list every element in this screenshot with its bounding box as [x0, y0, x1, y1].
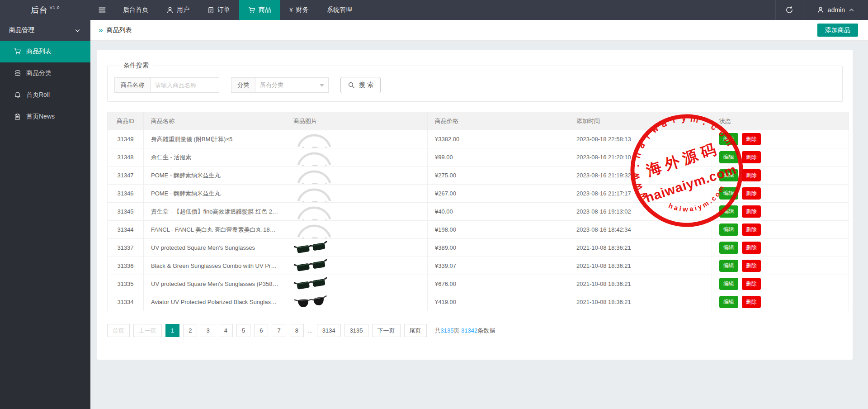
delete-button[interactable]: 删除	[742, 260, 761, 272]
search-fieldset: 条件搜索 商品名称 分类 所有分类 搜 索	[107, 62, 843, 102]
main-content: » 商品列表 添加商品 条件搜索 商品名称 分类 所有分类	[90, 20, 868, 360]
product-added-time: 2023-08-18 22:58:13	[569, 130, 712, 148]
product-image	[293, 239, 420, 257]
delete-button[interactable]: 删除	[742, 242, 761, 254]
product-added-time: 2021-10-08 18:36:21	[569, 239, 712, 257]
pagination-page-3[interactable]: 3	[201, 324, 215, 337]
sidebar-toggle-button[interactable]	[90, 0, 114, 20]
pagination-page-2[interactable]: 2	[183, 324, 197, 337]
nav-item-label: 订单	[217, 6, 230, 14]
product-image-cell	[286, 239, 428, 257]
pagination-page-3134[interactable]: 3134	[317, 324, 341, 337]
search-icon	[348, 81, 355, 89]
pagination-page-5[interactable]: 5	[236, 324, 250, 337]
table-row: 31347POME - 麴酵素纳米益生丸¥275.002023-08-16 21…	[108, 166, 849, 185]
product-id: 31347	[108, 166, 144, 185]
nav-item-finance[interactable]: ¥财务	[280, 0, 318, 20]
product-actions: 编辑删除	[712, 166, 849, 185]
refresh-button[interactable]	[775, 0, 803, 20]
delete-button[interactable]: 删除	[742, 296, 761, 308]
delete-button[interactable]: 删除	[742, 224, 761, 236]
nav-item-home[interactable]: 后台首页	[114, 0, 157, 20]
double-angle-icon: »	[99, 26, 103, 34]
product-actions: 编辑删除	[712, 185, 849, 203]
product-name-input[interactable]	[151, 77, 219, 93]
yen-icon: ¥	[289, 6, 293, 14]
sidebar-item-goods-list[interactable]: 商品列表	[0, 41, 90, 62]
nav-item-goods[interactable]: 商品	[239, 0, 280, 20]
sidebar-item-goods-category[interactable]: 商品分类	[0, 62, 90, 84]
product-actions: 编辑删除	[712, 130, 849, 148]
pagination-ellipsis: ...	[307, 327, 313, 334]
edit-button[interactable]: 编辑	[719, 169, 738, 181]
edit-button[interactable]: 编辑	[719, 296, 738, 308]
pagination-next-button[interactable]: 下一页	[372, 324, 401, 337]
table-header-row: 商品ID商品名称商品图片商品价格添加时间状态	[108, 112, 849, 130]
table-row: 31335UV protected Square Men's Sunglasse…	[108, 275, 849, 293]
pagination-page-7[interactable]: 7	[272, 324, 286, 337]
delete-button[interactable]: 删除	[742, 187, 761, 200]
product-price: ¥275.00	[428, 166, 569, 185]
edit-button[interactable]: 编辑	[719, 242, 738, 254]
product-price: ¥676.00	[428, 275, 569, 293]
nav-item-order[interactable]: 订单	[198, 0, 239, 20]
nav-item-label: 后台首页	[123, 6, 148, 14]
add-product-button[interactable]: 添加商品	[817, 24, 858, 37]
edit-button[interactable]: 编辑	[719, 224, 738, 236]
delete-button[interactable]: 删除	[742, 169, 761, 181]
delete-button[interactable]: 删除	[742, 205, 761, 218]
category-select[interactable]: 所有分类	[255, 77, 329, 93]
product-name: 余仁生 - 活服素	[144, 148, 286, 166]
delete-button[interactable]: 删除	[742, 133, 761, 145]
app-title: 后台	[31, 5, 48, 15]
pagination-page-6[interactable]: 6	[254, 324, 268, 337]
delete-button[interactable]: 删除	[742, 278, 761, 290]
category-group: 分类 所有分类	[231, 77, 329, 93]
product-price: ¥3382.00	[428, 130, 569, 148]
sidebar-group-goods-management[interactable]: 商品管理	[0, 20, 90, 41]
table-row: 31336Black & Green Sunglasses Combo with…	[108, 257, 849, 275]
delete-button[interactable]: 删除	[742, 151, 761, 163]
breadcrumb: » 商品列表 添加商品	[90, 20, 868, 41]
column-header-price: 商品价格	[428, 112, 569, 130]
nav-item-system[interactable]: 系统管理	[318, 0, 361, 20]
product-image-cell	[286, 293, 428, 311]
pagination-page-8[interactable]: 8	[290, 324, 304, 337]
product-image	[293, 293, 420, 311]
nav-item-label: 商品	[259, 6, 271, 14]
product-price: ¥198.00	[428, 221, 569, 239]
product-image-cell	[286, 275, 428, 293]
edit-button[interactable]: 编辑	[719, 187, 738, 200]
search-button[interactable]: 搜 索	[340, 77, 381, 93]
table-row: 31344FANCL - FANCL 美白丸 亮白營養素美白丸 180粒 (..…	[108, 221, 849, 239]
pagination-last-button[interactable]: 尾页	[404, 324, 427, 337]
edit-button[interactable]: 编辑	[719, 133, 738, 145]
edit-button[interactable]: 编辑	[719, 151, 738, 163]
pagination-prev-button: 上一页	[133, 324, 162, 337]
edit-button[interactable]: 编辑	[719, 260, 738, 272]
pagination-page-3135[interactable]: 3135	[344, 324, 368, 337]
sidebar-item-home-roll[interactable]: 首页Roll	[0, 84, 90, 106]
edit-button[interactable]: 编辑	[719, 278, 738, 290]
hamburger-icon	[98, 6, 106, 14]
pagination-page-1[interactable]: 1	[165, 324, 179, 337]
product-image-cell	[286, 257, 428, 275]
sidebar-item-home-news[interactable]: 首页News	[0, 106, 90, 128]
table-row: 31337UV protected Square Men's Sunglasse…	[108, 239, 849, 257]
sidebar-group-label: 商品管理	[9, 26, 34, 34]
navbar-right: admin	[775, 0, 868, 20]
broken-image-placeholder	[293, 221, 420, 238]
file-icon	[208, 7, 214, 14]
pagination-page-4[interactable]: 4	[219, 324, 233, 337]
product-image-cell	[286, 148, 428, 166]
product-added-time: 2023-08-16 19:13:02	[569, 203, 712, 221]
nav-item-user[interactable]: 用户	[157, 0, 198, 20]
admin-menu[interactable]: admin	[803, 0, 868, 20]
product-name-label: 商品名称	[114, 77, 151, 93]
product-price: ¥99.00	[428, 148, 569, 166]
products-table: 商品ID商品名称商品图片商品价格添加时间状态 31349身高體重測量儀 (附BM…	[107, 112, 849, 311]
product-image-cell	[286, 130, 428, 148]
top-navbar: 后台 V1.0 后台首页用户订单商品¥财务系统管理 admin	[0, 0, 868, 20]
edit-button[interactable]: 编辑	[719, 205, 738, 218]
product-added-time: 2021-10-08 18:36:21	[569, 293, 712, 311]
